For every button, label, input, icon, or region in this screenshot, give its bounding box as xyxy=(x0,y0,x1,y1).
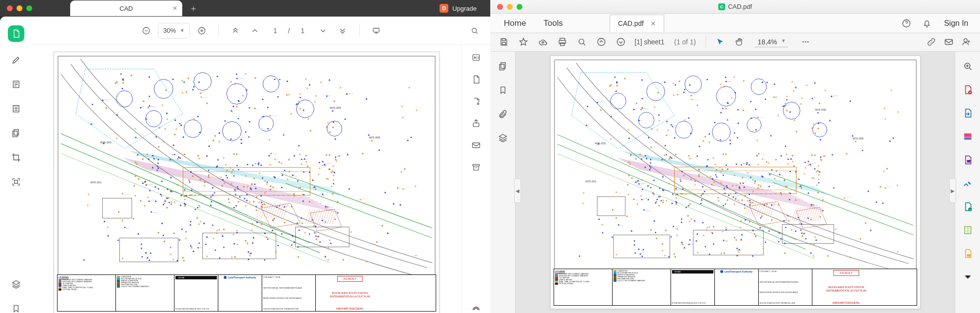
maximize-window-icon[interactable] xyxy=(517,4,522,10)
page-current[interactable]: 1 xyxy=(267,27,284,35)
svg-rect-169 xyxy=(206,103,208,104)
bookmark-icon[interactable] xyxy=(498,85,508,97)
scan-icon[interactable] xyxy=(10,176,22,188)
document-tab[interactable]: CAD ✕ xyxy=(70,0,182,16)
color-icon[interactable] xyxy=(471,303,481,313)
notifications-icon[interactable] xyxy=(921,17,933,30)
sheet-label[interactable]: [1] sheet1 xyxy=(632,38,668,46)
mail-icon[interactable] xyxy=(940,33,958,51)
export-pdf-icon[interactable] xyxy=(961,106,975,120)
svg-point-120 xyxy=(224,120,226,122)
close-window-icon[interactable] xyxy=(497,4,503,10)
attachments-icon[interactable] xyxy=(498,109,508,120)
first-page-button[interactable] xyxy=(228,23,243,39)
zoom-select[interactable]: 30% ▼ xyxy=(158,23,190,39)
close-window-icon[interactable] xyxy=(7,5,13,11)
new-tab-button[interactable]: ＋ xyxy=(189,2,198,14)
account-badge-icon[interactable]: D xyxy=(440,4,448,13)
menubar: Home Tools CAD.pdf ✕ Sign In xyxy=(490,14,980,33)
collapse-right-button[interactable]: ▶ xyxy=(949,178,956,203)
page-up-icon[interactable] xyxy=(593,33,610,51)
zoom-select[interactable]: 18,4% ▼ xyxy=(755,37,788,47)
menu-tools[interactable]: Tools xyxy=(535,19,572,28)
maximize-window-icon[interactable] xyxy=(26,5,32,11)
home-icon[interactable] xyxy=(8,25,24,42)
main-toolbar: 30% ▼ 1 / 1 xyxy=(32,17,490,45)
link-share-icon[interactable] xyxy=(922,33,940,51)
archive-icon[interactable] xyxy=(471,162,481,174)
document-viewer[interactable]: W/S-206W/S-208W/S-201W/S-203 LEGENDBUILD… xyxy=(516,52,955,313)
svg-rect-69 xyxy=(189,179,190,181)
svg-rect-562 xyxy=(725,108,727,109)
minimize-window-icon[interactable] xyxy=(17,5,22,11)
next-page-button[interactable] xyxy=(315,23,331,39)
fill-form-icon[interactable] xyxy=(10,78,22,91)
signin-button[interactable]: Sign In xyxy=(944,19,968,28)
sign-icon[interactable] xyxy=(961,176,975,190)
save-icon[interactable] xyxy=(495,33,513,51)
bookmark-icon[interactable] xyxy=(10,302,22,313)
svg-point-531 xyxy=(734,92,736,94)
svg-rect-320 xyxy=(635,158,636,160)
prev-page-button[interactable] xyxy=(247,23,263,39)
close-tab-icon[interactable]: ✕ xyxy=(651,20,656,27)
thumbnails-icon[interactable] xyxy=(498,61,508,73)
search-page-icon[interactable] xyxy=(961,59,975,73)
svg-point-493 xyxy=(680,180,681,182)
more-icon[interactable] xyxy=(797,33,814,51)
layers-icon[interactable] xyxy=(498,133,508,144)
document-viewer[interactable]: W/S-206W/S-208W/S-201W/S-203 LEGENDBUILD… xyxy=(32,45,461,313)
select-tool-icon[interactable] xyxy=(711,33,729,51)
export-icon[interactable] xyxy=(471,97,481,108)
close-tab-icon[interactable]: ✕ xyxy=(173,5,177,12)
last-page-button[interactable] xyxy=(335,23,350,39)
create-pdf-icon[interactable] xyxy=(961,83,975,97)
zoom-in-button[interactable] xyxy=(194,23,210,39)
menu-home[interactable]: Home xyxy=(495,19,535,28)
layers-icon[interactable] xyxy=(10,278,22,291)
svg-rect-83 xyxy=(131,75,132,76)
cloud-icon[interactable] xyxy=(534,33,552,51)
zoom-value: 30% xyxy=(163,27,176,34)
svg-point-290 xyxy=(252,165,253,166)
collapse-left-button[interactable]: ◀ xyxy=(514,178,521,203)
svg-point-188 xyxy=(199,132,201,133)
svg-rect-310 xyxy=(673,254,675,255)
document-tab[interactable]: CAD.pdf ✕ xyxy=(610,15,664,32)
svg-rect-392 xyxy=(651,128,653,130)
zoom-out-icon[interactable] xyxy=(573,33,591,51)
svg-rect-494 xyxy=(626,215,627,217)
svg-point-543 xyxy=(706,165,708,167)
hand-tool-icon[interactable] xyxy=(730,33,748,51)
organize-icon[interactable] xyxy=(961,200,975,214)
attachments-icon[interactable] xyxy=(471,75,481,86)
minimize-window-icon[interactable] xyxy=(507,4,513,10)
svg-point-156 xyxy=(205,244,207,245)
mail-icon[interactable] xyxy=(471,140,481,152)
svg-rect-97 xyxy=(300,108,301,110)
highlight-icon[interactable] xyxy=(10,54,22,66)
svg-point-56 xyxy=(190,221,192,222)
edit-pdf-icon[interactable] xyxy=(961,130,975,143)
crop-icon[interactable] xyxy=(10,151,22,164)
more-tools-icon[interactable] xyxy=(961,270,975,284)
redact-icon[interactable] xyxy=(961,247,975,260)
print-icon[interactable] xyxy=(554,33,571,51)
page-down-icon[interactable] xyxy=(612,33,630,51)
reader-icon[interactable] xyxy=(10,102,22,115)
upgrade-button[interactable]: Upgrade xyxy=(452,5,477,12)
pdf-app-right: CCAD.pdf Home Tools CAD.pdf ✕ Sign In [1… xyxy=(490,0,980,313)
zoom-out-button[interactable] xyxy=(138,23,154,39)
ocr-icon[interactable] xyxy=(471,53,481,64)
share-icon[interactable] xyxy=(471,118,481,130)
star-icon[interactable] xyxy=(515,33,532,51)
help-icon[interactable] xyxy=(900,17,913,30)
presentation-button[interactable] xyxy=(368,23,384,39)
comment-icon[interactable] xyxy=(961,153,975,167)
pages-icon[interactable] xyxy=(10,127,22,139)
compress-icon[interactable] xyxy=(961,223,975,237)
add-person-icon[interactable] xyxy=(958,33,975,51)
svg-rect-31 xyxy=(102,198,132,218)
svg-rect-424 xyxy=(846,153,847,155)
search-button[interactable] xyxy=(467,23,482,39)
